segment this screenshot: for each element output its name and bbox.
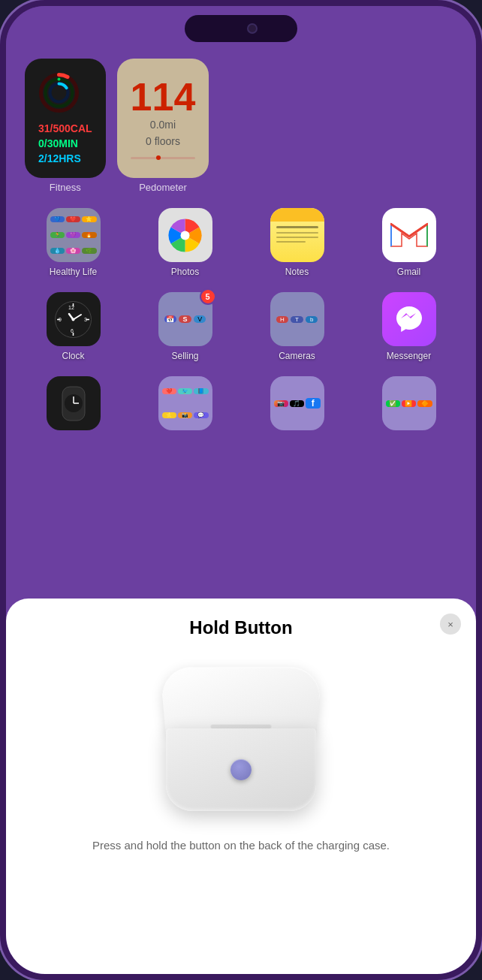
icon-cameras: H T b [270,292,324,346]
case-lid [160,667,323,736]
icon-watch [47,376,101,430]
svg-text:6: 6 [71,328,74,333]
app-item-gmail[interactable]: Gmail [360,208,457,277]
app-item-cameras[interactable]: H T b Cameras [249,292,345,361]
modal-description: Press and hold the button on the back of… [92,837,390,855]
icon-clock: 12 3 9 6 [47,292,101,346]
selling-badge: 5 [200,288,216,305]
airpods-button [230,759,252,780]
app-item-messenger[interactable]: Messenger [360,292,457,361]
hold-button-modal: × Hold Button Press and hold the button … [6,599,476,974]
icon-photos [158,208,212,262]
app-item-social3[interactable]: ✅ ▶️ 🔶 [360,376,457,430]
icon-notes [270,208,324,262]
svg-point-19 [72,318,75,321]
app-name-cameras: Cameras [279,351,315,361]
pedometer-sub: 0.0mi 0 floors [146,116,180,150]
selling-icon-wrapper: 📅 S V 5 [158,292,212,346]
app-item-clock[interactable]: 12 3 9 6 Clock [25,292,122,361]
icon-social1: ❤️ 🐦 📘 ⭐ 📸 💬 [158,376,212,430]
pedometer-steps: 114 [131,77,196,116]
app-name-notes: Notes [285,267,309,277]
pedometer-bar [131,157,196,159]
app-item-healthy-life[interactable]: 💙 ❤️ ⭐ 🏃 💜 🔥 💧 🌸 🌿 Healthy Life [25,208,122,277]
app-grid-row3: ❤️ 🐦 📘 ⭐ 📸 💬 📷 🎵 f ✅ [25,376,457,430]
fitness-hours: 2/12HRS [38,152,92,164]
notch [185,15,297,42]
icon-social2: 📷 🎵 f [270,376,324,430]
app-item-watch[interactable] [25,376,122,430]
icon-gmail [382,208,436,262]
fitness-widget[interactable]: 31/500CAL 0/30MIN 2/12HRS [25,59,106,178]
airpods-illustration [143,657,339,822]
svg-point-6 [181,231,190,240]
svg-text:3: 3 [84,317,87,322]
app-name-gmail: Gmail [397,267,420,277]
fitness-calories: 31/500CAL [38,122,92,134]
pedometer-widget[interactable]: 114 0.0mi 0 floors [117,59,209,178]
app-item-photos[interactable]: Photos [137,208,233,277]
fitness-minutes: 0/30MIN [38,137,92,149]
fitness-ring [38,72,80,113]
app-name-selling: Selling [171,351,198,361]
app-grid-row1: 💙 ❤️ ⭐ 🏃 💜 🔥 💧 🌸 🌿 Healthy Life [25,208,457,277]
icon-messenger [382,292,436,346]
app-item-social2[interactable]: 📷 🎵 f [249,376,345,430]
modal-title: Hold Button [189,617,292,638]
app-item-selling[interactable]: 📅 S V 5 Selling [137,292,233,361]
case-body [166,728,316,811]
app-name-healthy-life: Healthy Life [50,267,97,277]
icon-social3: ✅ ▶️ 🔶 [382,376,436,430]
front-camera [247,23,258,34]
app-name-clock: Clock [62,351,84,361]
svg-text:9: 9 [59,317,62,322]
airpods-case [158,668,324,811]
app-item-social1[interactable]: ❤️ 🐦 📘 ⭐ 📸 💬 [137,376,233,430]
icon-healthy-life: 💙 ❤️ ⭐ 🏃 💜 🔥 💧 🌸 🌿 [47,208,101,262]
pedometer-label: Pedometer [139,182,187,193]
widgets-row: 31/500CAL 0/30MIN 2/12HRS Fitness 114 0.… [25,59,457,193]
app-name-photos: Photos [171,267,199,277]
fitness-label: Fitness [50,182,81,193]
phone-frame: 31/500CAL 0/30MIN 2/12HRS Fitness 114 0.… [0,0,482,980]
app-grid-row2: 12 3 9 6 Clock 📅 [25,292,457,361]
app-name-messenger: Messenger [387,351,431,361]
app-item-notes[interactable]: Notes [249,208,345,277]
svg-text:12: 12 [68,305,74,310]
modal-close-button[interactable]: × [440,614,461,635]
